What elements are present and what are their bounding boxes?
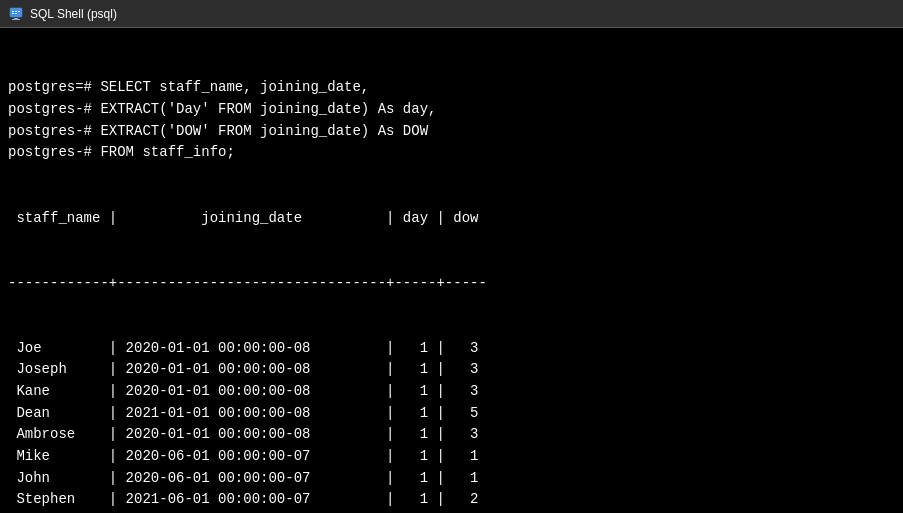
terminal-output: postgres=# SELECT staff_name, joining_da… [0,28,903,513]
svg-rect-5 [15,13,17,14]
prompt-line-2: postgres-# EXTRACT('Day' FROM joining_da… [8,101,436,117]
prompt-lines: postgres=# SELECT staff_name, joining_da… [8,77,895,164]
table-row: Joe | 2020-01-01 00:00:00-08 | 1 | 3 [8,338,895,360]
table-row: Kane | 2020-01-01 00:00:00-08 | 1 | 3 [8,381,895,403]
svg-rect-1 [12,11,14,12]
prompt-line-1: postgres=# SELECT staff_name, joining_da… [8,79,369,95]
svg-rect-3 [18,11,20,12]
svg-rect-4 [12,13,14,14]
prompt-line-4: postgres-# FROM staff_info; [8,144,235,160]
window-title: SQL Shell (psql) [30,7,117,21]
divider-row: ------------+---------------------------… [8,273,895,295]
table-row: Joseph | 2020-01-01 00:00:00-08 | 1 | 3 [8,359,895,381]
app-icon [8,6,24,22]
svg-rect-6 [14,18,18,19]
svg-rect-7 [12,19,20,20]
svg-rect-0 [10,8,22,17]
column-header: staff_name | joining_date | day | dow [8,208,895,230]
title-bar: SQL Shell (psql) [0,0,903,28]
svg-rect-2 [15,11,17,12]
table-row: Ambrose | 2020-01-01 00:00:00-08 | 1 | 3 [8,424,895,446]
prompt-line-3: postgres-# EXTRACT('DOW' FROM joining_da… [8,123,428,139]
table-row: Mike | 2020-06-01 00:00:00-07 | 1 | 1 [8,446,895,468]
table-row: Dean | 2021-01-01 00:00:00-08 | 1 | 5 [8,403,895,425]
table-row: Stephen | 2021-06-01 00:00:00-07 | 1 | 2 [8,489,895,511]
data-rows: Joe | 2020-01-01 00:00:00-08 | 1 | 3 Jos… [8,338,895,513]
table-row: John | 2020-06-01 00:00:00-07 | 1 | 1 [8,468,895,490]
